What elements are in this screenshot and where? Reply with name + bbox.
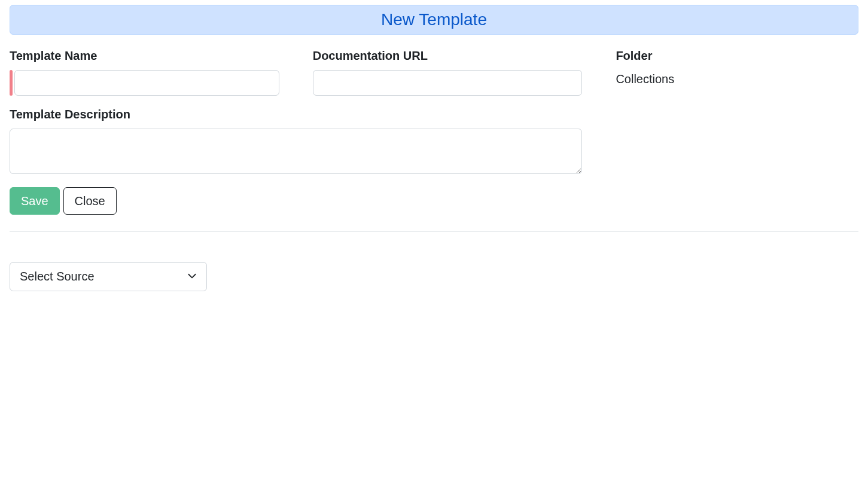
source-select-toggle[interactable]: Select Source <box>10 262 207 291</box>
template-name-input[interactable] <box>14 70 279 96</box>
documentation-url-input[interactable] <box>313 70 583 96</box>
validation-indicator <box>10 70 13 96</box>
source-select-dropdown: Select Source <box>10 262 207 291</box>
close-button[interactable]: Close <box>63 187 117 215</box>
form-grid: Template Name Documentation URL Folder C… <box>10 49 858 174</box>
page-title: New Template <box>20 10 848 29</box>
section-divider <box>10 231 858 232</box>
header-banner: New Template <box>10 5 858 35</box>
template-name-label: Template Name <box>10 49 279 63</box>
action-buttons: Save Close <box>10 187 858 215</box>
folder-group: Folder Collections <box>616 49 858 96</box>
documentation-url-label: Documentation URL <box>313 49 583 63</box>
template-description-input[interactable] <box>10 129 582 174</box>
template-name-input-wrap <box>10 70 279 96</box>
template-description-label: Template Description <box>10 108 582 121</box>
source-select-label: Select Source <box>20 270 95 283</box>
documentation-url-group: Documentation URL <box>313 49 583 96</box>
template-description-group: Template Description <box>10 108 582 174</box>
folder-label: Folder <box>616 49 858 63</box>
save-button[interactable]: Save <box>10 187 60 215</box>
folder-value: Collections <box>616 72 858 86</box>
template-name-group: Template Name <box>10 49 279 96</box>
